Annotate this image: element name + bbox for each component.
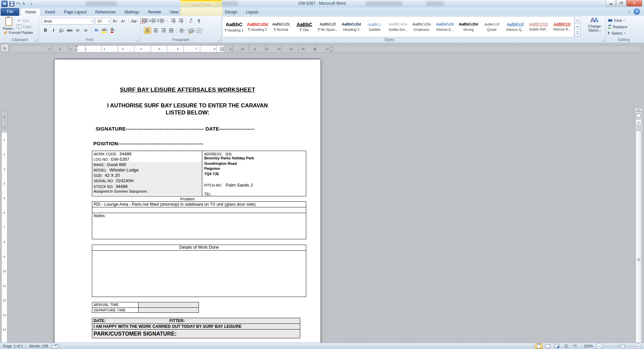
decrease-indent-button[interactable] — [170, 18, 176, 24]
print-layout-view-button[interactable] — [535, 343, 543, 349]
style-item[interactable]: AaBbCcDd Heading 3 — [339, 17, 363, 37]
style-item[interactable]: AaBbCcDa Subtle Em... — [386, 17, 410, 37]
cut-button[interactable]: ✂Cut — [17, 18, 29, 23]
underline-button[interactable]: U▾ — [58, 27, 65, 33]
split-handle[interactable] — [635, 109, 642, 111]
tab-insert[interactable]: Insert — [41, 8, 59, 16]
vertical-scrollbar[interactable]: ▲ ▼ — [635, 109, 642, 343]
styles-dialog-launcher-icon[interactable] — [602, 38, 605, 41]
strikethrough-button[interactable]: abc — [66, 27, 73, 33]
first-line-indent-marker[interactable] — [75, 46, 78, 47]
select-button[interactable]: Select▾ — [608, 30, 625, 36]
tab-view[interactable]: View — [166, 8, 183, 16]
style-item[interactable]: AaBbC ¶ Title — [293, 17, 316, 37]
align-left-button[interactable] — [144, 27, 151, 34]
table-column-marker[interactable] — [330, 47, 333, 51]
scroll-up-icon[interactable]: ▲ — [636, 119, 642, 126]
style-item[interactable]: AaBbCcDd ¶ Heading 2 — [246, 17, 269, 37]
zoom-slider-thumb[interactable] — [621, 344, 625, 349]
style-item[interactable]: AaBbCcD( ¶ Normal — [269, 17, 293, 37]
restore-button[interactable] — [616, 0, 626, 6]
minimize-ribbon-icon[interactable]: △ — [628, 9, 631, 13]
change-case-button[interactable]: Aa▾ — [130, 18, 138, 24]
shrink-font-button[interactable]: A▼ — [120, 18, 127, 24]
font-family-select[interactable]: Arial▾ — [42, 18, 94, 24]
shading-button[interactable]: ▾ — [189, 28, 195, 34]
font-size-select[interactable]: 10▾ — [95, 18, 111, 24]
paragraph-dialog-launcher-icon[interactable] — [217, 38, 220, 41]
tab-mailings[interactable]: Mailings — [120, 8, 144, 16]
format-painter-button[interactable]: Format Painter — [3, 30, 33, 35]
text-effects-button[interactable]: A▾ — [93, 27, 100, 33]
increase-indent-button[interactable] — [177, 18, 184, 24]
style-item[interactable]: AABBCCD Intense R... — [550, 17, 574, 37]
ruler-toggle-button[interactable] — [636, 112, 642, 119]
zoom-level[interactable]: 100% — [584, 344, 593, 348]
multilevel-list-button[interactable]: ▾ — [159, 18, 166, 24]
numbering-button[interactable]: ▾ — [152, 18, 158, 24]
tab-home[interactable]: Home — [20, 8, 41, 16]
style-item[interactable]: AaBbCcDi Intense E... — [433, 17, 457, 37]
word-count[interactable]: Words: 109 — [26, 344, 51, 348]
table-column-marker[interactable] — [220, 47, 224, 51]
find-button[interactable]: Find▾ — [608, 17, 625, 23]
tab-page-layout[interactable]: Page Layout — [59, 8, 91, 16]
style-item[interactable]: AaBbCcD Quote — [480, 17, 503, 37]
hanging-indent-marker[interactable] — [75, 49, 78, 50]
style-item[interactable]: AaBbCcDa Emphasis — [410, 17, 433, 37]
outline-view-button[interactable] — [562, 343, 570, 349]
align-center-button[interactable] — [152, 28, 159, 34]
page-count[interactable]: Page: 1 of 1 — [0, 344, 26, 348]
style-item[interactable]: AaBbCc. Subtitle — [363, 17, 386, 37]
proofing-status-icon[interactable]: ✓ — [53, 344, 58, 348]
tab-selector-button[interactable]: L — [1, 44, 8, 51]
line-spacing-button[interactable]: ↕▾ — [178, 28, 185, 34]
bold-button[interactable]: B — [42, 27, 49, 33]
styles-more-icon[interactable]: ▼ — [575, 30, 580, 37]
info-label: SERIAL NO: — [94, 179, 114, 183]
bullets-button[interactable]: ▾ — [144, 18, 151, 24]
web-layout-view-button[interactable] — [553, 343, 561, 349]
font-dialog-launcher-icon[interactable] — [136, 38, 139, 41]
style-item[interactable]: AaBbCcD ¶ No Spaci... — [316, 17, 339, 37]
styles-scroll-up-icon[interactable]: ▲ — [575, 16, 580, 23]
borders-button[interactable]: ▾ — [196, 28, 203, 34]
style-sample: AABBCCD — [554, 22, 571, 27]
highlight-color-button[interactable]: ab▾ — [101, 27, 108, 33]
copy-button[interactable]: Copy — [17, 24, 32, 29]
tab-layout[interactable]: Layout — [242, 8, 263, 16]
sort-button[interactable]: AZ↓ — [188, 18, 195, 24]
zoom-slider[interactable] — [603, 344, 634, 349]
tab-design[interactable]: Design — [220, 8, 241, 16]
horizontal-ruler[interactable]: 321 12345678 91011121314151617 — [10, 45, 641, 52]
draft-view-button[interactable] — [571, 343, 579, 349]
help-icon[interactable]: ? — [634, 8, 640, 15]
minimize-button[interactable] — [606, 0, 616, 6]
replace-button[interactable]: abac Replace — [608, 24, 627, 30]
zoom-in-button[interactable]: + — [636, 343, 641, 349]
style-item[interactable]: AaBbCcDd Strong — [457, 17, 480, 37]
style-item[interactable]: AaBbC ¶ Heading 1 — [222, 17, 246, 37]
scrollbar-thumb[interactable] — [636, 130, 642, 343]
subscript-button[interactable]: x2 — [74, 27, 82, 33]
close-button[interactable]: ✕ — [627, 0, 642, 6]
full-screen-reading-view-button[interactable] — [544, 343, 552, 349]
tab-references[interactable]: References — [91, 8, 120, 16]
document-page[interactable]: SURF BAY LEISURE AFTERSALES WORKSHEET I … — [55, 59, 320, 343]
align-right-button[interactable] — [160, 28, 167, 34]
clipboard-dialog-launcher-icon[interactable] — [35, 38, 38, 41]
justify-button[interactable] — [168, 28, 174, 34]
zoom-out-button[interactable]: − — [596, 343, 602, 349]
style-item[interactable]: AaBbCcD Intense Q... — [503, 17, 527, 37]
vertical-ruler[interactable]: 21 123456789101112131415161718 — [1, 111, 7, 343]
show-paragraph-marks-button[interactable]: ¶ — [196, 18, 202, 24]
superscript-button[interactable]: x2 — [83, 27, 90, 33]
grow-font-button[interactable]: A▲ — [112, 18, 119, 24]
font-color-button[interactable]: A▾ — [109, 27, 116, 33]
styles-scroll-down-icon[interactable]: ▼ — [575, 23, 580, 30]
style-item[interactable]: AABBCCDD Subtle Ref... — [527, 17, 550, 37]
tab-review[interactable]: Review — [144, 8, 165, 16]
italic-button[interactable]: I — [50, 27, 57, 33]
tab-file[interactable]: File — [1, 8, 19, 16]
change-styles-button[interactable]: AA Change Styles ▾ — [584, 16, 605, 37]
